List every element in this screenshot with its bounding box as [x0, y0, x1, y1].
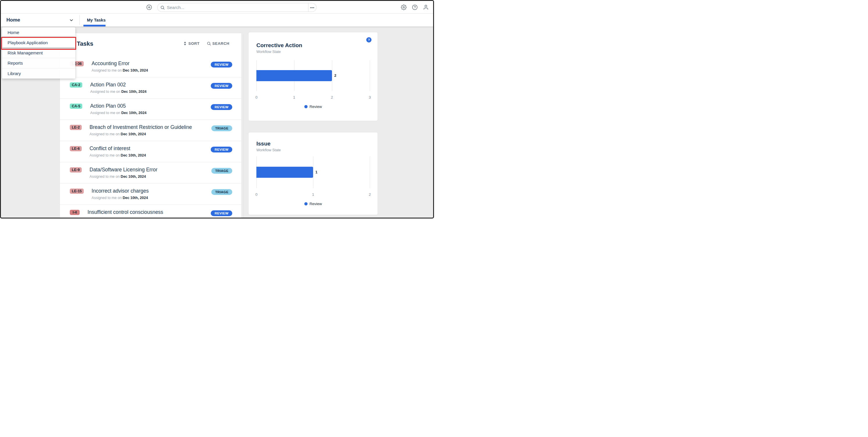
my-tasks-card: My Tasks SORT SEARCH: [60, 33, 244, 218]
add-button[interactable]: [146, 4, 152, 10]
review-bar[interactable]: [256, 167, 313, 178]
task-id-badge: CA-5: [70, 104, 82, 109]
tasks-list: LE-36 Accounting Error Assigned to me on…: [60, 56, 243, 218]
task-assigned-text: Assigned to me on Dec 10th, 2024: [90, 175, 157, 179]
nav-bar: Home My Tasks: [1, 14, 433, 27]
task-assigned-text: Assigned to me on Dec 10th, 2024: [90, 153, 146, 157]
tasks-controls: SORT SEARCH: [183, 41, 229, 46]
plus-circle-icon: [146, 4, 152, 10]
task-row[interactable]: LE-6 Conflict of interest Assigned to me…: [60, 141, 243, 162]
task-row[interactable]: CA-2 Action Plan 002 Assigned to me on D…: [60, 78, 243, 99]
assigned-date: Dec 10th, 2024: [121, 175, 146, 179]
bar-value-label: 1: [315, 170, 317, 174]
assigned-prefix: Assigned to me on: [90, 90, 121, 94]
help-circle-icon: [412, 4, 418, 10]
app-menu-dropdown-trigger[interactable]: Home: [1, 14, 77, 27]
task-title[interactable]: Accounting Error: [92, 60, 148, 67]
assigned-prefix: Assigned to me on: [90, 175, 121, 179]
help-button[interactable]: [412, 4, 418, 10]
app-menu-dropdown: Home Playbook Application Risk Managemen…: [2, 27, 75, 79]
task-title[interactable]: Incorrect advisor charges: [92, 188, 149, 194]
legend-dot-icon: [304, 202, 308, 205]
task-main: Data/Software Licensing Error Assigned t…: [90, 167, 157, 179]
task-main: Accounting Error Assigned to me on Dec 1…: [92, 60, 148, 72]
assigned-date: Dec 10th, 2024: [123, 196, 148, 200]
menu-item[interactable]: Risk Management: [2, 48, 75, 58]
active-tab-indicator: [84, 25, 105, 27]
task-assigned-text: Assigned to me on Dec 10th, 2024: [90, 90, 147, 94]
search-tasks-button[interactable]: SEARCH: [207, 41, 230, 46]
assigned-prefix: Assigned to me on: [90, 132, 121, 136]
x-axis-ticks: 0123: [256, 95, 370, 100]
task-id-badge: I-4: [70, 210, 80, 215]
task-row[interactable]: LE-36 Accounting Error Assigned to me on…: [60, 56, 243, 78]
user-icon: [423, 4, 429, 10]
task-status-badge: TRIAGE: [211, 125, 232, 131]
task-row[interactable]: CA-5 Action Plan 005 Assigned to me on D…: [60, 99, 243, 120]
assigned-prefix: Assigned to me on: [90, 153, 121, 157]
chart-help-badge[interactable]: ?: [366, 37, 372, 42]
task-title[interactable]: Insufficient control consciousness: [88, 209, 163, 215]
task-row[interactable]: LE-2 Breach of Investment Restriction or…: [60, 120, 243, 141]
task-row[interactable]: I-4 Insufficient control consciousness A…: [60, 205, 243, 218]
assigned-prefix: Assigned to me on: [88, 217, 119, 218]
chart-legend: Review: [256, 105, 370, 109]
menu-item[interactable]: Reports: [2, 58, 75, 68]
global-search: •••: [157, 3, 316, 12]
menu-item[interactable]: Library: [2, 68, 75, 79]
task-main: Action Plan 005 Assigned to me on Dec 10…: [90, 103, 147, 115]
search-options-button[interactable]: •••: [308, 3, 316, 12]
settings-button[interactable]: [401, 4, 407, 10]
assigned-prefix: Assigned to me on: [92, 196, 123, 200]
assigned-date: Dec 10th, 2024: [121, 132, 146, 136]
assigned-date: Dec 10th, 2024: [121, 153, 146, 157]
task-status-badge: REVIEW: [211, 210, 232, 216]
task-title[interactable]: Action Plan 002: [90, 82, 147, 88]
search-icon: [160, 5, 165, 10]
task-assigned-text: Assigned to me on Dec 10th, 2024: [90, 132, 192, 136]
legend-label: Review: [310, 202, 322, 206]
assigned-date: Dec 10th, 2024: [123, 68, 148, 72]
bar-row: 1: [256, 156, 370, 188]
bar-value-label: 2: [334, 74, 336, 78]
search-icon: [207, 41, 211, 46]
task-id-badge: LE-2: [70, 125, 82, 130]
search-input[interactable]: [165, 5, 308, 10]
tab-label: My Tasks: [87, 18, 105, 22]
task-main: Breach of Investment Restriction or Guid…: [90, 124, 192, 136]
chart-subtitle: Workflow State: [256, 50, 370, 54]
assigned-date: Dec 10th, 2024: [119, 217, 144, 218]
task-status-badge: REVIEW: [211, 62, 232, 67]
task-title[interactable]: Conflict of interest: [90, 145, 146, 152]
task-id-badge: CA-2: [70, 82, 82, 88]
task-title[interactable]: Action Plan 005: [90, 103, 147, 109]
user-profile-button[interactable]: [423, 4, 429, 10]
chart-title: Corrective Action: [256, 42, 370, 49]
assigned-date: Dec 10th, 2024: [121, 111, 147, 115]
task-assigned-text: Assigned to me on Dec 10th, 2024: [88, 217, 163, 218]
task-row[interactable]: LE-9 Data/Software Licensing Error Assig…: [60, 162, 243, 183]
sort-icon: [183, 41, 187, 46]
task-id-badge: LE-9: [70, 167, 82, 173]
search-label: SEARCH: [213, 41, 230, 46]
chevron-down-icon: [69, 18, 74, 23]
task-title[interactable]: Breach of Investment Restriction or Guid…: [90, 124, 192, 130]
bar-chart-plot: 1: [256, 156, 370, 188]
task-assigned-text: Assigned to me on Dec 10th, 2024: [92, 196, 149, 200]
task-row[interactable]: LE-15 Incorrect advisor charges Assigned…: [60, 183, 243, 205]
app-window: •••: [0, 0, 434, 218]
sort-label: SORT: [188, 41, 200, 46]
task-main: Conflict of interest Assigned to me on D…: [90, 145, 146, 157]
bar-row: 2: [256, 60, 370, 91]
tasks-scrollbar[interactable]: [241, 33, 243, 218]
menu-item[interactable]: Playbook Application: [2, 37, 75, 48]
review-bar[interactable]: [256, 70, 332, 81]
legend-label: Review: [310, 105, 322, 109]
task-id-badge: LE-15: [70, 188, 84, 194]
task-main: Incorrect advisor charges Assigned to me…: [92, 188, 149, 200]
menu-item[interactable]: Home: [2, 27, 75, 37]
assigned-date: Dec 10th, 2024: [121, 90, 147, 94]
tasks-header: My Tasks SORT SEARCH: [60, 33, 243, 56]
task-title[interactable]: Data/Software Licensing Error: [90, 167, 157, 173]
sort-button[interactable]: SORT: [183, 41, 200, 46]
